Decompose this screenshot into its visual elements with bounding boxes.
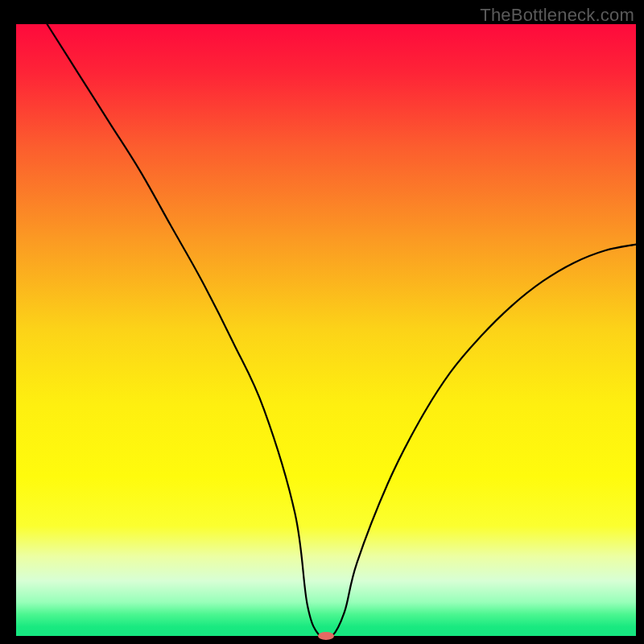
- watermark-text: TheBottleneck.com: [480, 5, 634, 26]
- plot-background: [16, 24, 636, 636]
- bottleneck-chart: [0, 0, 644, 644]
- optimal-point-marker: [318, 632, 334, 640]
- chart-frame: TheBottleneck.com: [0, 0, 644, 644]
